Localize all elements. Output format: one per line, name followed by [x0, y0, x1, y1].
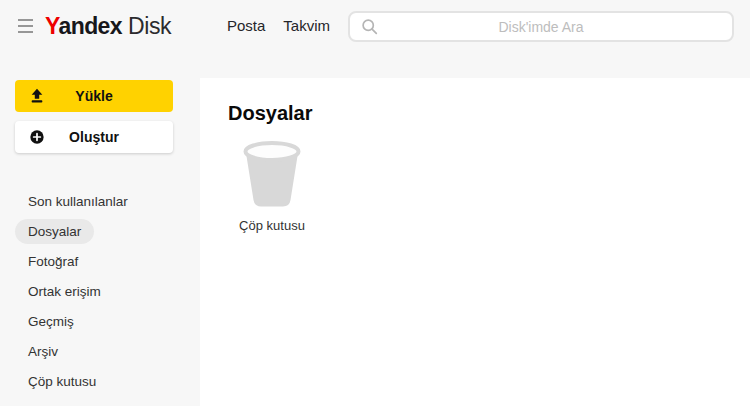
logo-product: Disk — [128, 13, 171, 40]
sidebar-item-label: Dosyalar — [15, 219, 94, 244]
upload-button-label: Yükle — [75, 88, 112, 104]
sidebar-item-son-kullanilanlar[interactable]: Son kullanılanlar — [0, 186, 200, 216]
plus-circle-icon — [29, 129, 45, 145]
sidebar-item-dosyalar[interactable]: Dosyalar — [0, 216, 200, 246]
content-panel: Dosyalar Çöp kutusu — [200, 78, 750, 406]
sidebar-item-gecmis[interactable]: Geçmiş — [0, 306, 200, 336]
page-title: Dosyalar — [228, 102, 313, 125]
create-button-label: Oluştur — [69, 129, 119, 145]
create-button[interactable]: Oluştur — [15, 121, 173, 153]
logo-letter-y: Y — [45, 13, 58, 39]
link-posta[interactable]: Posta — [227, 17, 265, 34]
trash-icon — [243, 141, 301, 209]
tile-label: Çöp kutusu — [239, 218, 305, 233]
upload-button[interactable]: Yükle — [15, 80, 173, 112]
yandex-disk-logo[interactable]: Yandex Disk — [45, 12, 171, 40]
sidebar-item-label: Arşiv — [15, 339, 71, 364]
logo-brand-rest: andex — [58, 13, 121, 39]
search-icon — [361, 18, 378, 35]
search-box — [348, 11, 734, 42]
header-nav: Posta Takvim — [227, 17, 330, 34]
link-takvim[interactable]: Takvim — [283, 17, 330, 34]
sidebar-item-ortak-erisim[interactable]: Ortak erişim — [0, 276, 200, 306]
top-bar: Yandex Disk Posta Takvim — [0, 0, 750, 55]
search-input[interactable] — [350, 13, 732, 40]
logo-brand: Yandex — [45, 13, 122, 40]
sidebar-item-label: Ortak erişim — [15, 279, 114, 304]
sidebar-item-label: Geçmiş — [15, 309, 87, 334]
hamburger-icon[interactable] — [18, 19, 33, 33]
sidebar-item-fotograf[interactable]: Fotoğraf — [0, 246, 200, 276]
upload-icon — [29, 88, 45, 104]
sidebar: Yükle Oluştur Son kullanılanlar Dosyalar… — [0, 55, 200, 406]
sidebar-item-arsiv[interactable]: Arşiv — [0, 336, 200, 366]
sidebar-item-label: Son kullanılanlar — [15, 189, 141, 214]
sidebar-item-label: Fotoğraf — [15, 249, 91, 274]
sidebar-nav: Son kullanılanlar Dosyalar Fotoğraf Orta… — [0, 186, 200, 396]
folder-tile-trash[interactable]: Çöp kutusu — [223, 141, 321, 233]
sidebar-item-cop-kutusu[interactable]: Çöp kutusu — [0, 366, 200, 396]
yandex-disk-page: Yandex Disk Posta Takvim Yükle — [0, 0, 750, 406]
sidebar-item-label: Çöp kutusu — [15, 369, 109, 394]
